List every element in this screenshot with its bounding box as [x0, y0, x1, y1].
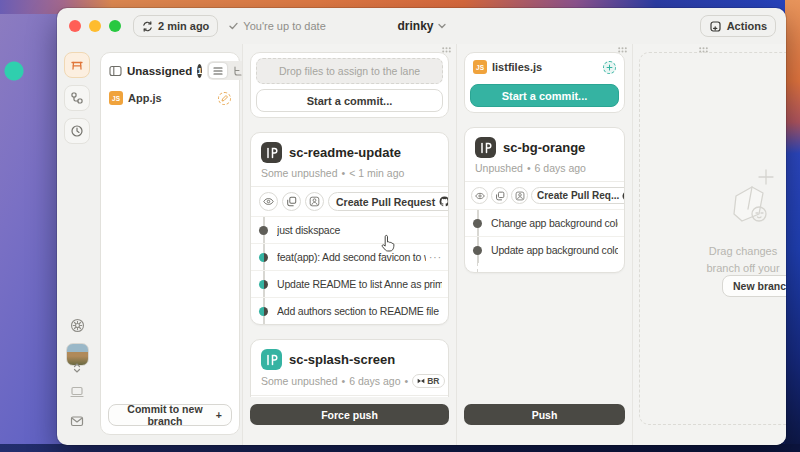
- wallpaper-right-band: [785, 0, 800, 452]
- commit-history-continues: [465, 263, 624, 272]
- drag-handle-dots[interactable]: [618, 47, 627, 53]
- copy-icon: [286, 196, 297, 207]
- up-to-date-status: You're up to date: [229, 20, 325, 32]
- wallpaper-bottom-band: [0, 444, 800, 452]
- assigned-file-icon: [603, 61, 616, 74]
- history-tab[interactable]: [64, 118, 90, 144]
- workspace-bench-icon: [70, 58, 84, 72]
- branch-card-sc-splash-screen: sc-splash-screen Some unpushed • 6 days …: [250, 339, 449, 397]
- js-file-icon: JS: [473, 60, 487, 74]
- commit-message: Update app background color t...: [491, 244, 618, 256]
- reviewer-button[interactable]: [305, 192, 324, 211]
- file-name: listfiles.js: [492, 61, 542, 73]
- app-window: 2 min ago You're up to date drinky Actio…: [57, 8, 786, 445]
- reviewer-icon: [309, 196, 320, 207]
- branch-toolbar: Create Pull Request ···: [251, 186, 448, 216]
- commit-row[interactable]: just diskspace: [251, 216, 448, 243]
- branch-card-header[interactable]: sc-readme-update Some unpushed • < 1 min…: [251, 133, 448, 186]
- map-illustration: [729, 168, 779, 234]
- branch-lane-icon: [261, 142, 282, 163]
- meta-separator: •: [405, 375, 409, 387]
- commit-dot: [259, 253, 268, 262]
- commit-dot: [259, 226, 268, 235]
- copy-button[interactable]: [491, 187, 508, 204]
- new-branch-button[interactable]: New branch: [722, 275, 786, 297]
- js-file-icon: JS: [109, 91, 123, 105]
- commit-to-new-branch-button[interactable]: Commit to new branch +: [108, 404, 232, 426]
- commit-message: feat(app): Add second favicon to web ...: [277, 251, 426, 263]
- commit-row[interactable]: Update README to list Anne as primary au…: [251, 270, 448, 297]
- profile-switcher[interactable]: [66, 343, 89, 373]
- commit-to-new-branch-label: Commit to new branch: [118, 403, 212, 427]
- github-icon: [439, 196, 449, 207]
- commit-row[interactable]: Update app background color t...: [465, 236, 624, 263]
- minimize-window-button[interactable]: [89, 20, 101, 32]
- panel-icon: [109, 65, 122, 77]
- unassigned-footer: Commit to new branch +: [101, 396, 239, 434]
- up-to-date-label: You're up to date: [243, 20, 325, 32]
- commit-row[interactable]: Add authors section to README file: [251, 297, 448, 324]
- start-commit-button[interactable]: Start a commit...: [470, 84, 619, 107]
- close-window-button[interactable]: [69, 20, 81, 32]
- history-clock-icon: [70, 124, 84, 138]
- branch-card-sc-readme-update: sc-readme-update Some unpushed • < 1 min…: [250, 132, 449, 325]
- commit-message: Update README to list Anne as primary au…: [277, 278, 442, 290]
- commit-row[interactable]: Change app background color t...: [465, 209, 624, 236]
- branches-tab[interactable]: [64, 85, 90, 111]
- start-commit-button[interactable]: Start a commit...: [256, 89, 443, 112]
- mail-button[interactable]: [65, 409, 89, 433]
- review-eye-button[interactable]: [259, 192, 278, 211]
- new-branch-drop-zone[interactable]: [639, 52, 786, 425]
- computer-icon: [70, 385, 84, 398]
- computer-button[interactable]: [65, 379, 89, 403]
- drop-zone[interactable]: Drop files to assign to the lane: [256, 58, 443, 84]
- branch-card-header[interactable]: sc-splash-screen Some unpushed • 6 days …: [251, 340, 448, 395]
- lane-right-scroll: JS listfiles.js Start a commit...: [464, 52, 625, 397]
- project-switcher[interactable]: drinky: [397, 8, 445, 44]
- check-icon: [229, 22, 238, 30]
- commit-message: Change app background color t...: [491, 217, 618, 229]
- zoom-window-button[interactable]: [109, 20, 121, 32]
- settings-gear-icon: [70, 318, 85, 333]
- branch-status: Unpushed: [475, 162, 523, 174]
- review-eye-button[interactable]: [471, 187, 488, 204]
- commit-menu-button[interactable]: ···: [429, 252, 442, 263]
- unassigned-title: Unassigned: [127, 65, 192, 77]
- branch-meta: Some unpushed • < 1 min ago: [261, 167, 438, 179]
- workspace-tab[interactable]: [64, 52, 90, 78]
- copy-button[interactable]: [282, 192, 301, 211]
- commit-message: Add authors section to README file: [277, 305, 442, 317]
- force-push-button[interactable]: Force push: [250, 404, 449, 425]
- create-pull-request-button[interactable]: Create Pull Request: [328, 192, 449, 211]
- reviewer-button[interactable]: [511, 187, 528, 204]
- lane-footer: Push: [464, 397, 625, 425]
- branch-name: sc-splash-screen: [289, 352, 395, 367]
- settings-button[interactable]: [65, 313, 89, 337]
- chevron-up-down-icon: [66, 363, 89, 373]
- main-area: Unassigned 1 JS App.js: [57, 44, 786, 445]
- drop-zone-hint: Drop files to assign to the lane: [279, 65, 420, 77]
- file-row-listfiles[interactable]: JS listfiles.js: [470, 58, 619, 79]
- empty-lane-hint: Drag changes branch off your: [663, 243, 786, 277]
- copy-icon: [495, 191, 505, 201]
- commit-row[interactable]: feat(app): Add second favicon to web ...…: [251, 243, 448, 270]
- branch-card-header[interactable]: sc-bg-orange Unpushed • 6 days ago: [465, 128, 624, 181]
- drag-handle-dots[interactable]: [442, 47, 451, 53]
- branch-card-sc-bg-orange: sc-bg-orange Unpushed • 6 days ago: [464, 127, 625, 273]
- lane-empty: Drag changes branch off your New branch: [632, 44, 786, 445]
- actions-plus-icon: [709, 20, 722, 33]
- create-pull-request-button[interactable]: Create Pull Req...: [531, 187, 625, 204]
- project-name: drinky: [397, 19, 433, 33]
- actions-button[interactable]: Actions: [700, 15, 776, 37]
- window-controls: [69, 20, 121, 32]
- list-view-button[interactable]: [209, 63, 227, 78]
- file-row-appjs[interactable]: JS App.js: [101, 87, 239, 109]
- chevron-down-icon: [438, 23, 446, 29]
- branch-badge-br[interactable]: BR: [412, 374, 444, 388]
- push-button[interactable]: Push: [464, 404, 625, 425]
- branch-time: 6 days ago: [349, 375, 400, 387]
- lane-middle: Drop files to assign to the lane Start a…: [242, 44, 456, 445]
- sync-arrows-icon: [142, 21, 153, 32]
- sync-button[interactable]: 2 min ago: [133, 15, 218, 37]
- unassigned-panel: Unassigned 1 JS App.js: [100, 52, 240, 435]
